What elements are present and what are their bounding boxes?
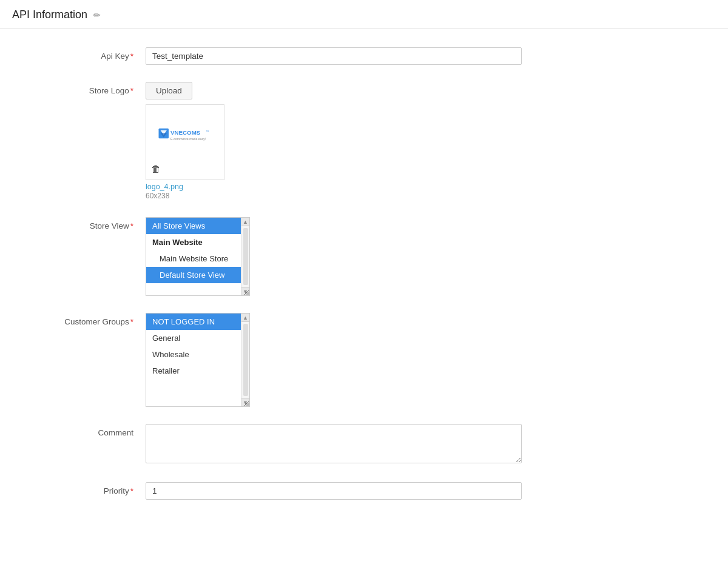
customer-groups-row: Customer Groups* NOT LOGGED IN General W… xyxy=(0,313,667,407)
trash-icon[interactable]: 🗑 xyxy=(151,164,161,175)
customer-group-retailer[interactable]: Retailer xyxy=(146,363,241,379)
api-key-label: Api Key* xyxy=(12,47,146,61)
store-view-scrollbar: ▲ ▼ xyxy=(241,218,249,295)
api-key-row: Api Key* xyxy=(0,47,667,65)
customer-groups-label: Customer Groups* xyxy=(12,313,146,326)
upload-button[interactable]: Upload xyxy=(146,82,192,99)
comment-row: Comment xyxy=(0,424,667,465)
vnecoms-logo: VNECOMS ™ E-commerce made easy! xyxy=(158,123,212,150)
api-key-required: * xyxy=(130,52,133,61)
customer-groups-wrapper: NOT LOGGED IN General Wholesale Retailer… xyxy=(146,313,250,407)
store-logo-required: * xyxy=(130,86,133,95)
form-container: Api Key* Store Logo* Upload VNECOMS ™ xyxy=(0,29,667,535)
edit-icon[interactable]: ✏ xyxy=(93,10,101,20)
store-view-field: All Store Views Main Website Main Websit… xyxy=(146,217,522,296)
logo-preview-box: VNECOMS ™ E-commerce made easy! 🗑 xyxy=(146,104,224,180)
customer-group-general[interactable]: General xyxy=(146,330,241,346)
svg-text:™: ™ xyxy=(206,130,209,133)
store-logo-label: Store Logo* xyxy=(12,82,146,95)
store-view-label: Store View* xyxy=(12,217,146,230)
customer-groups-required: * xyxy=(130,317,133,326)
store-view-scroll-up[interactable]: ▲ xyxy=(241,218,250,226)
comment-label: Comment xyxy=(12,424,146,437)
store-view-option-main-website-store[interactable]: Main Website Store xyxy=(146,250,241,267)
priority-input[interactable] xyxy=(146,482,522,500)
page-header: API Information ✏ xyxy=(0,0,728,29)
store-view-options-list: All Store Views Main Website Main Websit… xyxy=(146,218,241,295)
customer-groups-options-list: NOT LOGGED IN General Wholesale Retailer xyxy=(146,314,241,406)
priority-row: Priority* xyxy=(0,482,667,500)
comment-field xyxy=(146,424,522,465)
svg-text:VNECOMS: VNECOMS xyxy=(170,129,201,136)
customer-groups-scrollbar: ▲ ▼ xyxy=(241,314,249,406)
customer-groups-scroll-down[interactable]: ▼ xyxy=(241,398,250,406)
store-view-row: Store View* All Store Views Main Website… xyxy=(0,217,667,296)
store-view-scroll-thumb xyxy=(243,228,248,285)
store-view-option-all[interactable]: All Store Views xyxy=(146,218,241,234)
api-key-input[interactable] xyxy=(146,47,522,65)
store-view-wrapper: All Store Views Main Website Main Websit… xyxy=(146,217,250,296)
priority-label: Priority* xyxy=(12,482,146,495)
logo-dimensions: 60x238 xyxy=(146,192,522,200)
customer-groups-scroll-thumb xyxy=(243,324,248,396)
page-title: API Information xyxy=(12,8,87,21)
logo-image-area: VNECOMS ™ E-commerce made easy! xyxy=(151,111,219,161)
store-view-box[interactable]: All Store Views Main Website Main Websit… xyxy=(146,217,250,296)
customer-groups-field: NOT LOGGED IN General Wholesale Retailer… xyxy=(146,313,522,407)
store-view-option-default[interactable]: Default Store View xyxy=(146,267,241,283)
store-logo-field: Upload VNECOMS ™ E-commerce made easy! 🗑… xyxy=(146,82,522,200)
priority-required: * xyxy=(130,486,133,495)
store-view-scroll-down[interactable]: ▼ xyxy=(241,287,250,295)
customer-groups-scroll-up[interactable]: ▲ xyxy=(241,314,250,322)
customer-groups-box[interactable]: NOT LOGGED IN General Wholesale Retailer… xyxy=(146,313,250,407)
customer-group-wholesale[interactable]: Wholesale xyxy=(146,346,241,363)
store-view-option-main-website[interactable]: Main Website xyxy=(146,234,241,250)
logo-filename: logo_4.png xyxy=(146,183,522,191)
store-logo-row: Store Logo* Upload VNECOMS ™ E-commerce … xyxy=(0,82,667,200)
priority-field xyxy=(146,482,522,500)
comment-input[interactable] xyxy=(146,424,522,463)
customer-group-not-logged-in[interactable]: NOT LOGGED IN xyxy=(146,314,241,330)
svg-text:E-commerce made easy!: E-commerce made easy! xyxy=(170,137,206,141)
api-key-field xyxy=(146,47,522,65)
store-view-required: * xyxy=(130,221,133,230)
